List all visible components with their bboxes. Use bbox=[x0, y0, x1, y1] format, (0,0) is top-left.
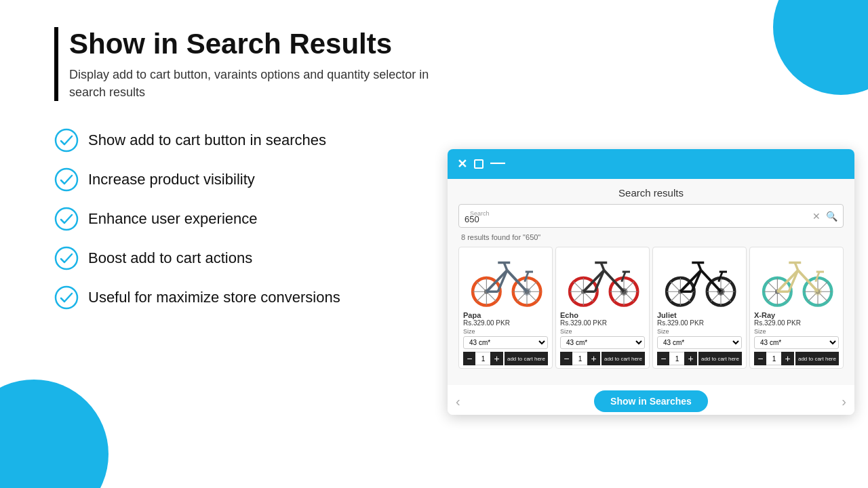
results-count: 8 results found for "650" bbox=[458, 233, 844, 241]
search-value: 650 bbox=[465, 207, 812, 224]
bike-info: X-Ray Rs.329.00 PKR Size 43 cm* − + add … bbox=[750, 308, 843, 368]
qty-plus-button[interactable]: + bbox=[587, 352, 599, 365]
bike-size-label: Size bbox=[463, 328, 548, 335]
browser-titlebar: ✕ — bbox=[448, 149, 854, 179]
bike-size-label: Size bbox=[754, 328, 839, 335]
bike-size-select[interactable]: 43 cm* bbox=[463, 336, 548, 349]
qty-input[interactable] bbox=[669, 352, 684, 365]
bike-size-select[interactable]: 43 cm* bbox=[657, 336, 742, 349]
bike-card: Papa Rs.329.00 PKR Size 43 cm* − + add t… bbox=[458, 247, 553, 369]
svg-point-1 bbox=[56, 169, 77, 190]
svg-point-4 bbox=[56, 287, 77, 308]
title-block: Show in Search Results Display add to ca… bbox=[54, 27, 448, 101]
browser-window: ✕ — Search results Search 650 ✕ 🔍 8 resu… bbox=[448, 149, 854, 415]
bike-price: Rs.329.00 PKR bbox=[754, 319, 839, 327]
qty-minus-button[interactable]: − bbox=[754, 352, 766, 365]
bike-info: Papa Rs.329.00 PKR Size 43 cm* − + add t… bbox=[459, 308, 552, 368]
bike-size-select[interactable]: 43 cm* bbox=[754, 336, 839, 349]
search-results-title: Search results bbox=[458, 187, 844, 199]
features-list: Show add to cart button in searches Incr… bbox=[54, 128, 448, 310]
svg-point-46 bbox=[620, 288, 627, 296]
right-section: ✕ — Search results Search 650 ✕ 🔍 8 resu… bbox=[448, 149, 854, 415]
browser-content: Search results Search 650 ✕ 🔍 8 results … bbox=[448, 179, 854, 385]
bike-price: Rs.329.00 PKR bbox=[657, 319, 742, 327]
qty-plus-button[interactable]: + bbox=[781, 352, 793, 365]
nav-prev-button[interactable]: ‹ bbox=[456, 394, 460, 409]
bike-cart-row: − + add to cart here bbox=[560, 352, 645, 365]
bike-card: Echo Rs.329.00 PKR Size 43 cm* − + add t… bbox=[555, 247, 650, 369]
subtitle: Display add to cart button, varaints opt… bbox=[69, 66, 448, 100]
bike-name: Papa bbox=[463, 311, 548, 319]
feature-item: Enhance user experience bbox=[54, 207, 448, 231]
bike-price: Rs.329.00 PKR bbox=[560, 319, 645, 327]
qty-minus-button[interactable]: − bbox=[463, 352, 475, 365]
check-icon bbox=[54, 128, 79, 152]
qty-input[interactable] bbox=[766, 352, 781, 365]
check-icon bbox=[54, 167, 79, 192]
svg-point-25 bbox=[523, 288, 530, 296]
bike-cart-row: − + add to cart here bbox=[463, 352, 548, 365]
check-icon bbox=[54, 246, 79, 270]
bike-size-label: Size bbox=[560, 328, 645, 335]
left-section: Show in Search Results Display add to ca… bbox=[54, 27, 448, 310]
svg-point-0 bbox=[56, 129, 77, 151]
svg-line-38 bbox=[583, 270, 604, 292]
decorative-circle-bottom-left bbox=[0, 380, 108, 488]
svg-point-3 bbox=[56, 247, 77, 269]
bike-image bbox=[556, 247, 649, 308]
svg-line-80 bbox=[777, 270, 797, 292]
svg-line-59 bbox=[680, 270, 701, 292]
qty-input[interactable] bbox=[572, 352, 587, 365]
browser-maximize-button[interactable] bbox=[474, 159, 484, 169]
search-label: Search bbox=[470, 210, 490, 217]
search-bar-icons: ✕ 🔍 bbox=[812, 211, 837, 222]
add-to-cart-button[interactable]: add to cart here bbox=[698, 352, 742, 365]
bike-image bbox=[750, 247, 843, 308]
browser-minimize-button[interactable]: — bbox=[490, 159, 501, 169]
svg-point-67 bbox=[717, 288, 724, 296]
bike-info: Juliet Rs.329.00 PKR Size 43 cm* − + add… bbox=[653, 308, 746, 368]
feature-item: Boost add to cart actions bbox=[54, 246, 448, 270]
bike-name: Echo bbox=[560, 311, 645, 319]
bike-cart-row: − + add to cart here bbox=[657, 352, 742, 365]
check-icon bbox=[54, 207, 79, 231]
qty-minus-button[interactable]: − bbox=[560, 352, 572, 365]
feature-text: Enhance user experience bbox=[88, 210, 258, 228]
nav-next-button[interactable]: › bbox=[842, 394, 846, 409]
show-in-searches-button[interactable]: Show in Searches bbox=[594, 390, 708, 412]
svg-line-17 bbox=[486, 270, 507, 292]
feature-item: Increase product visibility bbox=[54, 167, 448, 192]
bike-card: Juliet Rs.329.00 PKR Size 43 cm* − + add… bbox=[652, 247, 747, 369]
bike-name: Juliet bbox=[657, 311, 742, 319]
qty-plus-button[interactable]: + bbox=[684, 352, 696, 365]
browser-close-button[interactable]: ✕ bbox=[457, 158, 467, 170]
search-icon[interactable]: 🔍 bbox=[826, 211, 837, 222]
feature-item: Show add to cart button in searches bbox=[54, 128, 448, 152]
add-to-cart-button[interactable]: add to cart here bbox=[505, 352, 548, 365]
bikes-grid: Papa Rs.329.00 PKR Size 43 cm* − + add t… bbox=[458, 247, 844, 369]
decorative-circle-top-right bbox=[773, 0, 868, 95]
clear-icon[interactable]: ✕ bbox=[812, 211, 821, 222]
bike-image bbox=[653, 247, 746, 308]
bike-image bbox=[459, 247, 552, 308]
qty-minus-button[interactable]: − bbox=[657, 352, 669, 365]
bike-card: X-Ray Rs.329.00 PKR Size 43 cm* − + add … bbox=[749, 247, 844, 369]
svg-point-2 bbox=[56, 208, 77, 230]
add-to-cart-button[interactable]: add to cart here bbox=[795, 352, 839, 365]
qty-plus-button[interactable]: + bbox=[490, 352, 502, 365]
feature-text: Increase product visibility bbox=[88, 171, 255, 188]
bike-cart-row: − + add to cart here bbox=[754, 352, 839, 365]
bike-size-label: Size bbox=[657, 328, 742, 335]
bike-price: Rs.329.00 PKR bbox=[463, 319, 548, 327]
bike-size-select[interactable]: 43 cm* bbox=[560, 336, 645, 349]
qty-input[interactable] bbox=[475, 352, 490, 365]
bike-info: Echo Rs.329.00 PKR Size 43 cm* − + add t… bbox=[556, 308, 649, 368]
svg-point-88 bbox=[814, 288, 821, 296]
browser-nav: ‹ Show in Searches › bbox=[448, 385, 854, 415]
add-to-cart-button[interactable]: add to cart here bbox=[601, 352, 645, 365]
feature-text: Show add to cart button in searches bbox=[88, 131, 326, 149]
feature-text: Useful for maximize store conversions bbox=[88, 289, 340, 306]
check-icon bbox=[54, 285, 79, 310]
feature-text: Boost add to cart actions bbox=[88, 249, 252, 267]
main-title: Show in Search Results bbox=[69, 27, 448, 61]
